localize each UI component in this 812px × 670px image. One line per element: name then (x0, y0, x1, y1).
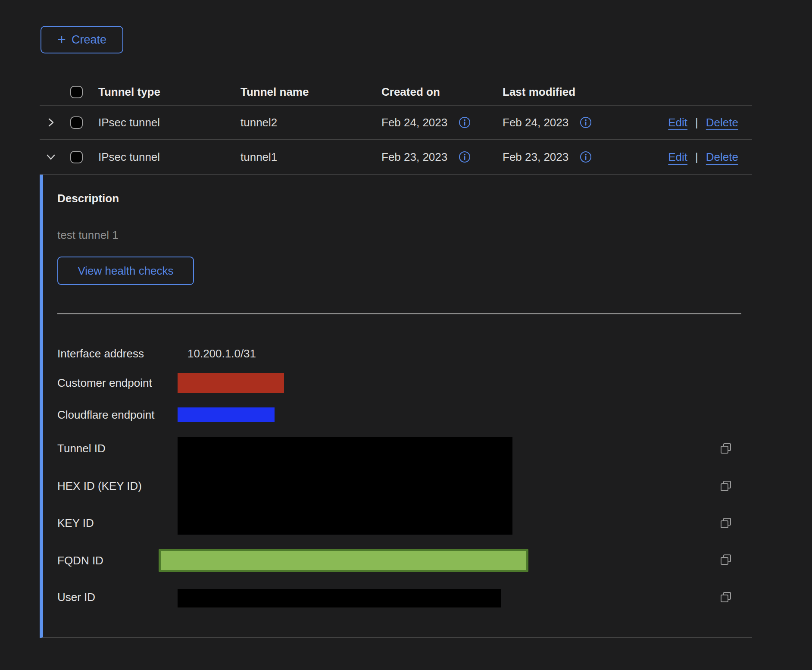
info-icon[interactable] (580, 116, 592, 128)
fqdn-id-label: FQDN ID (57, 553, 103, 568)
edit-link[interactable]: Edit (668, 150, 687, 164)
info-icon[interactable] (459, 151, 471, 163)
view-health-checks-button[interactable]: View health checks (57, 257, 194, 285)
select-all-checkbox[interactable] (70, 86, 83, 98)
info-icon[interactable] (459, 116, 471, 128)
description-label: Description (57, 191, 119, 206)
action-separator: | (695, 150, 698, 164)
copy-icon[interactable] (719, 591, 732, 604)
tunnel-id-label: Tunnel ID (57, 441, 106, 456)
row-checkbox[interactable] (70, 116, 83, 129)
plus-icon: + (57, 32, 66, 47)
column-header-created-on: Created on (381, 85, 503, 99)
copy-icon[interactable] (719, 553, 732, 566)
create-button-label: Create (72, 33, 106, 47)
interface-address-label: Interface address (57, 346, 144, 361)
created-on-value: Feb 23, 2023 (381, 150, 447, 164)
fqdn-id-redacted-value (159, 549, 528, 572)
description-value: test tunnel 1 (57, 227, 119, 243)
hex-id-label: HEX ID (KEY ID) (57, 478, 142, 494)
column-header-tunnel-type: Tunnel type (98, 85, 240, 99)
cloudflare-endpoint-redacted-value (178, 407, 275, 422)
tunnel-detail-panel: Description test tunnel 1 View health ch… (40, 175, 752, 638)
delete-link[interactable]: Delete (706, 150, 738, 164)
row-checkbox[interactable] (70, 151, 83, 163)
create-button[interactable]: + Create (41, 26, 123, 53)
last-modified-value: Feb 23, 2023 (503, 150, 568, 164)
table-row: IPsec tunnel tunnel1 Feb 23, 2023 Feb 23… (40, 140, 752, 175)
tunnel-name-cell: tunnel2 (240, 116, 381, 129)
tunnel-type-cell: IPsec tunnel (98, 150, 240, 164)
tunnel-name-cell: tunnel1 (240, 150, 381, 164)
user-id-label: User ID (57, 589, 95, 605)
copy-icon[interactable] (719, 479, 732, 492)
customer-endpoint-label: Customer endpoint (57, 375, 152, 391)
tunnels-table: Tunnel type Tunnel name Created on Last … (40, 79, 752, 175)
customer-endpoint-redacted-value (178, 373, 284, 393)
column-header-tunnel-name: Tunnel name (240, 85, 381, 99)
copy-icon[interactable] (719, 442, 732, 455)
chevron-right-icon[interactable] (45, 117, 56, 128)
edit-link[interactable]: Edit (668, 116, 687, 129)
last-modified-value: Feb 24, 2023 (503, 116, 568, 129)
table-header-row: Tunnel type Tunnel name Created on Last … (40, 79, 752, 106)
column-header-last-modified: Last modified (503, 85, 664, 99)
key-id-label: KEY ID (57, 515, 94, 531)
delete-link[interactable]: Delete (706, 116, 738, 129)
page: + Create Tunnel type Tunnel name Created… (0, 0, 812, 670)
action-separator: | (695, 116, 698, 129)
user-id-redacted-value (178, 589, 501, 607)
ids-redacted-value (178, 437, 512, 535)
created-on-value: Feb 24, 2023 (381, 116, 447, 129)
tunnel-type-cell: IPsec tunnel (98, 116, 240, 129)
section-divider (57, 313, 741, 314)
table-row: IPsec tunnel tunnel2 Feb 24, 2023 Feb 24… (40, 106, 752, 140)
copy-icon[interactable] (719, 517, 732, 529)
info-icon[interactable] (580, 151, 592, 163)
cloudflare-endpoint-label: Cloudflare endpoint (57, 407, 155, 423)
interface-address-value: 10.200.1.0/31 (187, 346, 256, 361)
chevron-down-icon[interactable] (45, 151, 56, 163)
